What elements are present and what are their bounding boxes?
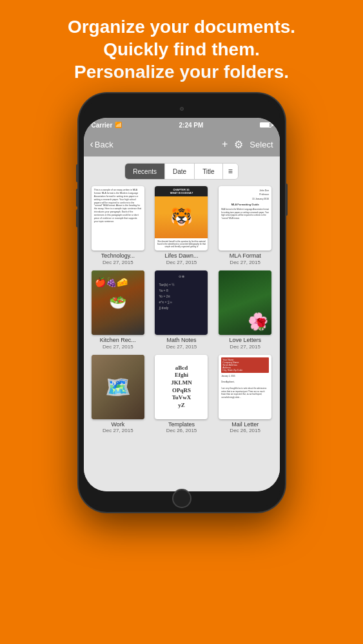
list-item[interactable]: CHAPTER 10.WHAT IS EUDOIA? 🐯 She directe… xyxy=(152,186,211,265)
doc-preview-math: ⊙ ⊗ Tan(b) = ½ Ya = 8 Yo = 2π e^x = ∑∞ ∫… xyxy=(155,270,208,315)
document-grid: This is a sample of an essay written in … xyxy=(84,186,280,433)
list-item[interactable]: This is a sample of an essay written in … xyxy=(89,186,148,265)
doc-thumbnail-kitchen: 🥗 xyxy=(92,270,144,335)
nav-actions: + ⚙ Select xyxy=(222,138,273,151)
mail-header: Your NameCompany NameStreet AddressAddre… xyxy=(221,357,269,373)
camera-lens xyxy=(180,107,184,111)
doc-date-mail: Dec 26, 2015 xyxy=(230,428,260,433)
select-button[interactable]: Select xyxy=(250,140,273,149)
carrier-label: Carrier xyxy=(92,122,113,129)
doc-preview-mla: John DoeProfessor15 January 2016 MLA For… xyxy=(219,186,271,223)
doc-date-math: Dec 27, 2015 xyxy=(166,344,197,350)
sort-segmented-control[interactable]: Recents Date Title ≡ xyxy=(124,163,238,180)
status-bar: Carrier 📶 2:24 PM xyxy=(84,118,280,132)
seg-recents[interactable]: Recents xyxy=(125,164,165,179)
home-button[interactable] xyxy=(172,489,191,508)
doc-date-tiger: Dec 27, 2015 xyxy=(166,260,197,265)
list-item[interactable]: 🥗 Kitchen Rec... Dec 27, 2015 xyxy=(89,270,148,350)
add-icon[interactable]: + xyxy=(222,138,228,150)
home-bar xyxy=(84,491,280,506)
doc-preview-templates: aBcdEfghiJKLMNOPqRSTuVwXyZ xyxy=(168,362,195,412)
status-right xyxy=(260,122,271,128)
doc-date-work: Dec 27, 2015 xyxy=(103,428,133,433)
seg-date[interactable]: Date xyxy=(165,164,195,179)
seg-list-icon[interactable]: ≡ xyxy=(223,164,238,179)
back-button[interactable]: ‹ Back xyxy=(90,139,113,149)
doc-thumbnail-templates: aBcdEfghiJKLMNOPqRSTuVwXyZ xyxy=(155,355,208,419)
camera-bar xyxy=(84,100,280,118)
settings-icon[interactable]: ⚙ xyxy=(234,138,243,151)
doc-title-mail: Mail Letter xyxy=(231,421,259,428)
doc-preview-technology: This is a sample of an essay written in … xyxy=(92,186,144,226)
hero-line1: Organize your documents. xyxy=(68,15,295,38)
hero-line3: Personalize your folders. xyxy=(68,61,295,83)
back-label: Back xyxy=(95,140,113,149)
hero-line2: Quickly find them. xyxy=(68,38,295,61)
doc-thumbnail-mail: Your NameCompany NameStreet AddressAddre… xyxy=(219,355,271,419)
doc-thumbnail-math: ⊙ ⊗ Tan(b) = ½ Ya = 8 Yo = 2π e^x = ∑∞ ∫… xyxy=(155,270,208,335)
doc-title-math: Math Notes xyxy=(166,337,196,344)
time-display: 2:24 PM xyxy=(179,122,204,129)
doc-title-kitchen: Kitchen Rec... xyxy=(100,337,136,344)
doc-title-tiger: Lifes Dawn... xyxy=(164,252,198,260)
doc-title-love: Love Letters xyxy=(229,337,261,344)
phone-device: Carrier 📶 2:24 PM ‹ Back + ⚙ Select xyxy=(79,93,285,512)
doc-date-technology: Dec 27, 2015 xyxy=(103,260,133,265)
list-item[interactable]: ⊙ ⊗ Tan(b) = ½ Ya = 8 Yo = 2π e^x = ∑∞ ∫… xyxy=(152,270,211,350)
tiger-caption: She directed herself to this question by… xyxy=(155,238,208,250)
battery-icon xyxy=(260,122,271,128)
seg-title[interactable]: Title xyxy=(195,164,223,179)
hero-text: Organize your documents. Quickly find th… xyxy=(55,0,308,93)
doc-thumbnail-love: 🌸 xyxy=(219,270,271,335)
doc-title-technology: Technology... xyxy=(101,252,135,260)
doc-title-work: Work xyxy=(111,421,124,428)
back-chevron-icon: ‹ xyxy=(90,139,93,149)
content-area: Recents Date Title ≡ This is a sample of… xyxy=(84,156,280,491)
list-item[interactable]: John DoeProfessor15 January 2016 MLA For… xyxy=(216,186,275,265)
doc-thumbnail-tiger: CHAPTER 10.WHAT IS EUDOIA? 🐯 She directe… xyxy=(155,186,208,251)
doc-thumbnail-work: 🗺️ xyxy=(92,355,144,419)
nav-bar: ‹ Back + ⚙ Select xyxy=(84,132,280,156)
status-left: Carrier 📶 xyxy=(92,122,123,129)
list-item[interactable]: 🌸 Love Letters Dec 27, 2015 xyxy=(216,270,275,350)
doc-date-templates: Dec 26, 2015 xyxy=(166,428,197,433)
doc-date-kitchen: Dec 27, 2015 xyxy=(103,344,133,350)
doc-thumbnail-technology: This is a sample of an essay written in … xyxy=(92,186,144,251)
doc-date-love: Dec 27, 2015 xyxy=(230,344,260,350)
doc-title-templates: Templates xyxy=(168,421,195,428)
doc-date-mla: Dec 27, 2015 xyxy=(230,260,260,265)
list-item[interactable]: aBcdEfghiJKLMNOPqRSTuVwXyZ Templates Dec… xyxy=(152,355,211,434)
mail-body: January 1, 2015 Dear Applicant, I am ver… xyxy=(221,375,269,399)
battery-fill xyxy=(260,123,270,127)
tiger-image: 🐯 xyxy=(155,196,208,238)
wifi-icon: 📶 xyxy=(115,122,122,128)
list-item[interactable]: Your NameCompany NameStreet AddressAddre… xyxy=(216,355,275,434)
phone-screen: Carrier 📶 2:24 PM ‹ Back + ⚙ Select xyxy=(84,118,280,491)
list-item[interactable]: 🗺️ Work Dec 27, 2015 xyxy=(89,355,148,434)
doc-title-mla: MLA Format xyxy=(230,252,261,260)
doc-thumbnail-mla: John DoeProfessor15 January 2016 MLA For… xyxy=(219,186,271,251)
